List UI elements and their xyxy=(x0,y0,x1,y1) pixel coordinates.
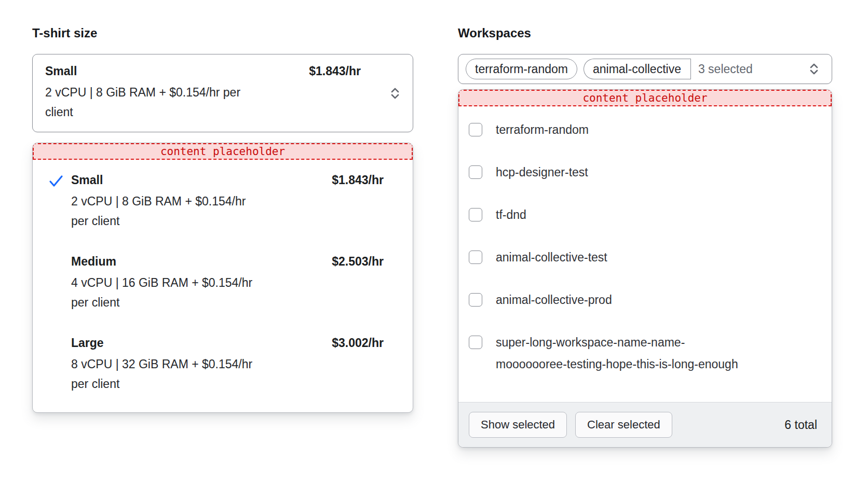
workspace-checkbox[interactable] xyxy=(469,336,482,349)
workspace-option[interactable]: animal-collective-prod xyxy=(458,292,832,308)
tag-pill-animal-collective: animal-collective xyxy=(584,59,691,79)
option-price: $3.002/hr xyxy=(332,335,384,351)
workspaces-section: Workspaces terraform-random animal-colle… xyxy=(458,26,832,448)
tshirt-select-trigger[interactable]: Small $1.843/hr 2 vCPU | 8 GiB RAM + $0.… xyxy=(32,54,413,132)
size-option-large[interactable]: Large $3.002/hr 8 vCPU | 32 GiB RAM + $0… xyxy=(33,335,413,394)
selected-size-price: $1.843/hr xyxy=(309,63,361,79)
workspace-option[interactable]: tf-dnd xyxy=(458,207,832,223)
total-count: 6 total xyxy=(784,418,821,432)
check-icon xyxy=(48,172,64,188)
option-description: 2 vCPU | 8 GiB RAM + $0.154/hr per clien… xyxy=(71,191,256,231)
workspace-checkbox[interactable] xyxy=(469,293,482,307)
workspace-name: super-long-workspace-name-name-moooooore… xyxy=(496,331,748,375)
workspace-checkbox[interactable] xyxy=(469,165,482,179)
check-placeholder xyxy=(48,254,64,255)
workspaces-footer: Show selected Clear selected 6 total xyxy=(458,402,832,447)
option-name: Large xyxy=(71,335,104,351)
workspaces-label: Workspaces xyxy=(458,26,832,40)
workspace-name: animal-collective-test xyxy=(496,249,607,265)
clear-selected-button[interactable]: Clear selected xyxy=(575,412,672,438)
workspace-option[interactable]: terraform-random xyxy=(458,122,832,137)
check-placeholder xyxy=(48,335,64,337)
workspace-checkbox[interactable] xyxy=(469,208,482,221)
size-option-small[interactable]: Small $1.843/hr 2 vCPU | 8 GiB RAM + $0.… xyxy=(33,172,413,231)
content-placeholder: content placeholder xyxy=(458,90,832,106)
workspace-option[interactable]: hcp-designer-test xyxy=(458,164,832,180)
workspace-name: animal-collective-prod xyxy=(496,292,612,308)
caret-updown-icon xyxy=(808,62,820,76)
workspaces-listbox: content placeholder terraform-random hcp… xyxy=(458,89,832,448)
workspace-name: hcp-designer-test xyxy=(496,164,588,180)
selected-count: 3 selected xyxy=(698,62,753,76)
tag-pill-terraform-random: terraform-random xyxy=(466,59,577,79)
caret-updown-icon xyxy=(389,86,401,101)
option-price: $2.503/hr xyxy=(332,254,384,269)
tshirt-listbox: content placeholder Small $1.843/hr 2 vC… xyxy=(32,143,413,413)
content-placeholder: content placeholder xyxy=(33,143,413,160)
option-description: 8 vCPU | 32 GiB RAM + $0.154/hr per clie… xyxy=(71,354,256,394)
option-price: $1.843/hr xyxy=(332,172,384,188)
selected-size-name: Small xyxy=(45,63,77,79)
workspaces-select-trigger[interactable]: terraform-random animal-collective 3 sel… xyxy=(458,54,832,84)
workspace-checkbox[interactable] xyxy=(469,123,482,136)
workspace-option[interactable]: super-long-workspace-name-name-moooooore… xyxy=(458,335,832,375)
selected-size-description: 2 vCPU | 8 GiB RAM + $0.154/hr per clien… xyxy=(45,82,253,122)
option-name: Medium xyxy=(71,254,116,269)
tshirt-size-label: T-shirt size xyxy=(32,26,413,40)
workspace-option[interactable]: animal-collective-test xyxy=(458,249,832,265)
size-option-medium[interactable]: Medium $2.503/hr 4 vCPU | 16 GiB RAM + $… xyxy=(33,254,413,312)
workspace-name: terraform-random xyxy=(496,122,589,137)
option-name: Small xyxy=(71,172,103,188)
show-selected-button[interactable]: Show selected xyxy=(469,412,567,438)
workspace-checkbox[interactable] xyxy=(469,251,482,264)
tshirt-size-section: T-shirt size Small $1.843/hr 2 vCPU | 8 … xyxy=(32,26,413,413)
option-description: 4 vCPU | 16 GiB RAM + $0.154/hr per clie… xyxy=(71,273,256,312)
workspace-name: tf-dnd xyxy=(496,207,526,223)
